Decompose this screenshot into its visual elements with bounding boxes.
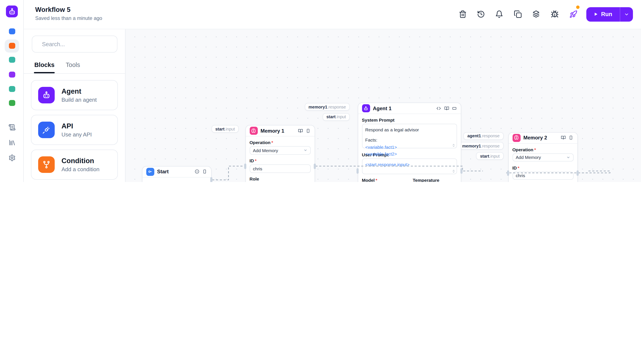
id-input[interactable]: chris [512, 172, 573, 180]
play-icon [593, 12, 598, 17]
field-label: ID* [512, 165, 573, 170]
settings-gear-icon[interactable] [8, 154, 16, 162]
system-prompt-textarea[interactable]: Respond as a legal advisor Facts: <varia… [362, 124, 457, 148]
output-tag-start-input[interactable]: start.input [323, 113, 350, 120]
field-label: Operation* [512, 147, 573, 152]
agent-robot-icon [38, 87, 55, 103]
sidebar-item-workspace-green[interactable] [9, 100, 15, 106]
resize-handle-icon[interactable] [452, 169, 455, 173]
docs-book-icon[interactable] [561, 136, 565, 140]
block-card-condition[interactable]: Condition Add a condition [31, 149, 118, 180]
tab-tools[interactable]: Tools [66, 62, 80, 68]
sidebar-item-workspace-teal-2[interactable] [9, 86, 15, 92]
left-rail [0, 0, 24, 182]
port-start-output[interactable] [210, 177, 212, 182]
block-desc: Use any API [62, 131, 92, 138]
edge-start-memory1 [212, 166, 243, 180]
search-input[interactable] [41, 40, 118, 48]
port-memory2-output[interactable] [576, 170, 579, 176]
block-list: Agent Build an agent API Use any API Con… [24, 74, 125, 182]
run-button-main[interactable]: Run [586, 7, 619, 22]
logs-scroll-icon[interactable] [8, 123, 16, 131]
dock-panel-icon[interactable] [306, 128, 311, 133]
block-card-agent[interactable]: Agent Build an agent [31, 80, 118, 110]
output-tag-memory1-response[interactable]: memory1.response [305, 103, 350, 110]
node-start-header[interactable]: Start [142, 166, 211, 177]
start-icon [146, 168, 154, 176]
agent-robot-icon [362, 104, 370, 112]
node-start[interactable]: Start Start Workflow Run manually [142, 166, 211, 182]
output-tag-start-input[interactable]: start.input [476, 152, 503, 160]
deploy-rocket-icon[interactable] [569, 10, 577, 18]
workflow-builder-app: Workflow 5 Saved less than a minute ago … [0, 0, 641, 182]
node-memory1[interactable]: Memory 1 Operation* Add Memory ID* chris… [245, 125, 315, 182]
block-card-api[interactable]: API Use any API [31, 114, 118, 145]
node-memory1-header[interactable]: Memory 1 [246, 126, 314, 136]
chevron-down-icon [624, 12, 629, 17]
node-agent1[interactable]: Agent 1 System Prompt Respond as a legal… [358, 102, 461, 182]
id-input[interactable]: chris [250, 164, 311, 173]
node-agent1-header[interactable]: Agent 1 [358, 103, 461, 114]
node-title: Start [157, 169, 191, 174]
blocks-sidebar: Blocks Tools Agent Build an agent API Us… [24, 29, 126, 182]
port-memory1-output[interactable] [314, 163, 316, 169]
trash-icon[interactable] [459, 10, 467, 18]
node-title: Agent 1 [373, 105, 433, 111]
sidebar-item-workspace-blue[interactable] [9, 28, 15, 34]
node-memory2[interactable]: Memory 2 Operation* Add Memory ID* chris… [508, 132, 578, 182]
library-icon[interactable] [8, 138, 16, 146]
port-memory1-input[interactable] [244, 163, 246, 169]
tab-blocks[interactable]: Blocks [34, 62, 55, 68]
layers-icon[interactable] [532, 10, 540, 18]
operation-select[interactable]: Add Memory [250, 146, 311, 154]
port-memory2-input[interactable] [507, 170, 509, 176]
saved-status: Saved less than a minute ago [35, 15, 102, 21]
condition-branch-icon [38, 156, 55, 173]
notifications-bell-icon[interactable] [495, 10, 503, 18]
info-icon[interactable] [194, 169, 199, 174]
docs-book-icon[interactable] [298, 128, 303, 133]
duplicate-copy-icon[interactable] [514, 10, 522, 18]
resize-handle-icon[interactable] [452, 144, 455, 147]
sidebar-item-workspace-purple[interactable] [9, 72, 15, 78]
page-title: Workflow 5 [35, 6, 71, 14]
block-title: Condition [62, 156, 100, 165]
code-icon[interactable] [436, 106, 441, 111]
memory-brain-icon [512, 134, 520, 142]
chevron-down-icon [566, 156, 570, 159]
user-prompt-textarea[interactable]: <start.response.input> [362, 158, 457, 174]
node-title: Memory 2 [523, 135, 558, 141]
port-agent1-input[interactable] [357, 168, 359, 174]
search-box[interactable] [32, 36, 118, 52]
field-label: Operation* [250, 140, 311, 145]
output-tag-memory1-response[interactable]: memory1.response [458, 142, 503, 150]
sidebar-item-workspace-teal[interactable] [9, 57, 15, 63]
field-label: Role [250, 176, 311, 181]
memory-brain-icon [250, 127, 258, 135]
dock-panel-icon[interactable] [568, 136, 573, 140]
history-icon[interactable] [477, 10, 485, 18]
app-logo-icon[interactable] [6, 6, 18, 17]
run-button-label: Run [601, 11, 612, 18]
port-agent1-output[interactable] [460, 168, 462, 174]
block-title: API [62, 122, 92, 130]
run-options-caret[interactable] [620, 7, 633, 22]
run-button[interactable]: Run [586, 7, 633, 22]
output-tag-agent1-response[interactable]: agent1.response [464, 132, 503, 140]
field-label: Start Workflow [146, 181, 207, 182]
top-bar: Workflow 5 Saved less than a minute ago … [24, 0, 641, 29]
output-tag-start-input[interactable]: start.input [212, 125, 239, 133]
docs-book-icon[interactable] [444, 106, 449, 111]
node-memory2-header[interactable]: Memory 2 [508, 132, 577, 144]
dock-panel-icon[interactable] [202, 169, 207, 174]
field-label: ID* [250, 158, 311, 163]
sidebar-item-workspace-orange[interactable] [9, 42, 15, 48]
field-label: Temperature [413, 178, 457, 182]
workflow-canvas[interactable]: start.input memory1.response start.input… [126, 29, 641, 182]
operation-select[interactable]: Add Memory [512, 153, 573, 162]
field-label: Model* [362, 178, 408, 182]
debug-bug-icon[interactable] [551, 10, 559, 18]
notification-dot [576, 6, 579, 9]
api-plug-icon [38, 122, 55, 138]
expand-panel-icon[interactable] [452, 106, 457, 111]
